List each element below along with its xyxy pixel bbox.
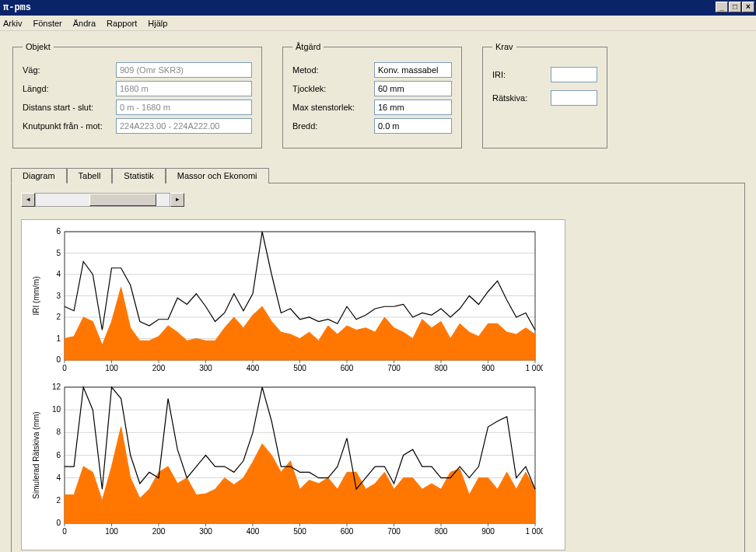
svg-text:0: 0 — [56, 519, 61, 527]
chart-ratskiva: 02468101201002003004005006007008009001 0… — [30, 383, 549, 539]
menu-hjalp[interactable]: Hjälp — [148, 19, 167, 28]
hscrollbar[interactable]: ◂ ▸ — [21, 193, 184, 207]
tab-tabell[interactable]: Tabell — [67, 168, 113, 183]
value-tjocklek[interactable]: 60 mm — [374, 81, 452, 96]
tab-statistik[interactable]: Statistik — [112, 168, 166, 183]
svg-text:700: 700 — [387, 364, 401, 372]
value-rat[interactable] — [551, 90, 597, 106]
group-krav: Krav IRI: Rätskiva: — [482, 42, 607, 148]
svg-text:400: 400 — [247, 364, 260, 372]
svg-text:600: 600 — [341, 364, 354, 372]
tab-pane: ◂ ▸ 012345601002003004005006007008009001… — [11, 183, 745, 552]
svg-text:500: 500 — [293, 527, 306, 536]
menu-bar: Arkiv Fönster Ändra Rapport Hjälp — [0, 16, 756, 31]
svg-text:200: 200 — [152, 527, 166, 536]
value-iri[interactable] — [551, 67, 597, 82]
label-vag: Väg: — [23, 65, 116, 75]
label-dist: Distans start - slut: — [23, 103, 116, 112]
svg-text:6: 6 — [56, 228, 61, 236]
svg-text:10: 10 — [52, 405, 61, 414]
svg-text:0: 0 — [56, 355, 61, 364]
menu-rapport[interactable]: Rapport — [107, 19, 137, 28]
scroll-right-button[interactable]: ▸ — [170, 193, 184, 207]
svg-text:1 000: 1 000 — [525, 527, 543, 536]
value-metod[interactable]: Konv. massabel — [374, 62, 452, 78]
window-title: π-pms — [3, 2, 31, 13]
tabs: Diagram Tabell Statistik Massor och Ekon… — [11, 167, 745, 183]
label-iri: IRI: — [492, 70, 551, 79]
svg-text:2: 2 — [56, 313, 61, 321]
title-bar: π-pms _ □ × — [0, 0, 756, 16]
tab-diagram[interactable]: Diagram — [11, 168, 67, 183]
chart-area: 012345601002003004005006007008009001 000… — [21, 219, 565, 550]
group-objekt: Objekt Väg: 909 (Omr SKR3) Längd: 1680 m… — [12, 42, 262, 148]
svg-text:500: 500 — [293, 364, 306, 372]
value-maxsten[interactable]: 16 mm — [374, 100, 452, 115]
svg-text:600: 600 — [341, 527, 354, 536]
svg-text:300: 300 — [199, 527, 212, 536]
label-knut: Knutpunkt från - mot: — [23, 121, 116, 131]
svg-text:1: 1 — [56, 334, 61, 343]
label-bredd: Bredd: — [292, 121, 374, 131]
label-maxsten: Max stenstorlek: — [292, 103, 374, 112]
scroll-left-button[interactable]: ◂ — [21, 193, 35, 207]
scroll-track[interactable] — [35, 193, 170, 207]
svg-text:900: 900 — [481, 364, 495, 372]
svg-text:0: 0 — [62, 527, 67, 536]
close-button[interactable]: × — [742, 2, 754, 12]
svg-text:IRI (mm/m): IRI (mm/m) — [32, 277, 40, 316]
label-rat: Rätskiva: — [492, 93, 551, 103]
chart-iri: 012345601002003004005006007008009001 000… — [30, 228, 549, 376]
svg-text:0: 0 — [62, 364, 67, 372]
value-knut[interactable]: 224A223.00 - 224A222.00 — [116, 118, 252, 134]
svg-text:1 000: 1 000 — [525, 364, 543, 372]
scroll-thumb[interactable] — [89, 194, 156, 206]
value-langd[interactable]: 1680 m — [116, 81, 252, 96]
label-metod: Metod: — [292, 65, 374, 75]
svg-text:4: 4 — [56, 473, 61, 482]
svg-text:Simulerad Rätskiva (mm): Simulerad Rätskiva (mm) — [32, 411, 40, 498]
svg-text:4: 4 — [56, 270, 61, 278]
value-vag[interactable]: 909 (Omr SKR3) — [116, 62, 252, 78]
value-dist[interactable]: 0 m - 1680 m — [116, 100, 252, 115]
legend-atgard: Åtgärd — [292, 42, 324, 51]
group-atgard: Åtgärd Metod: Konv. massabel Tjocklek: 6… — [282, 42, 462, 148]
svg-text:100: 100 — [105, 527, 118, 536]
label-langd: Längd: — [23, 84, 116, 93]
menu-fonster[interactable]: Fönster — [33, 19, 61, 28]
svg-text:8: 8 — [56, 428, 61, 436]
svg-text:800: 800 — [435, 364, 448, 372]
menu-arkiv[interactable]: Arkiv — [3, 19, 22, 28]
svg-text:200: 200 — [152, 364, 166, 372]
svg-text:6: 6 — [56, 451, 61, 459]
svg-text:900: 900 — [481, 527, 495, 536]
svg-text:5: 5 — [56, 249, 61, 257]
value-bredd[interactable]: 0.0 m — [374, 118, 452, 134]
svg-text:800: 800 — [435, 527, 448, 536]
svg-text:12: 12 — [52, 383, 61, 391]
svg-text:700: 700 — [387, 527, 401, 536]
legend-krav: Krav — [492, 42, 516, 51]
maximize-button[interactable]: □ — [729, 2, 741, 12]
svg-text:3: 3 — [56, 292, 61, 300]
svg-text:300: 300 — [199, 364, 212, 372]
svg-text:100: 100 — [105, 364, 118, 372]
legend-objekt: Objekt — [23, 42, 54, 51]
menu-andra[interactable]: Ändra — [73, 19, 96, 28]
svg-text:2: 2 — [56, 496, 61, 505]
label-tjocklek: Tjocklek: — [292, 84, 374, 93]
minimize-button[interactable]: _ — [716, 2, 728, 12]
tab-massor[interactable]: Massor och Ekonomi — [166, 168, 269, 183]
svg-text:400: 400 — [247, 527, 260, 536]
